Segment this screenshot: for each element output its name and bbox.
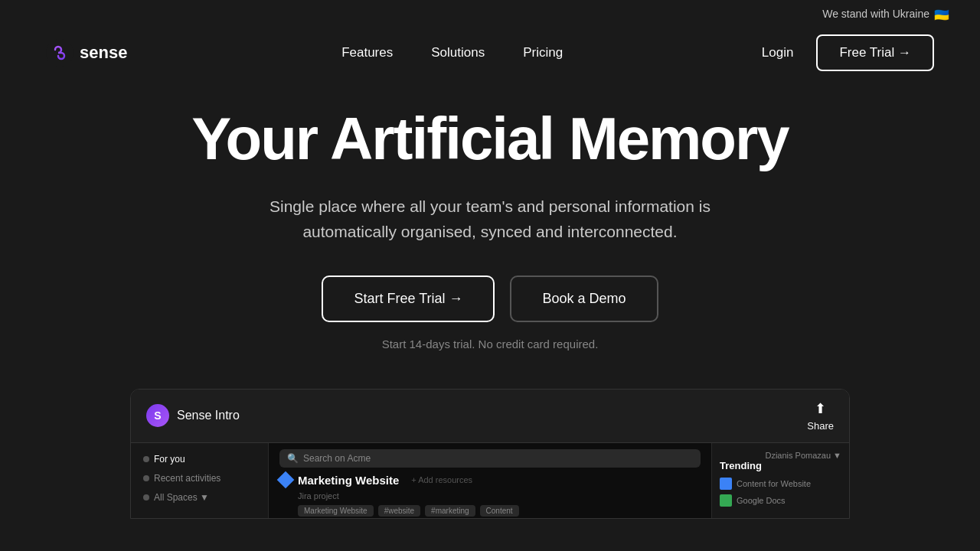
video-logo-icon: S: [146, 404, 169, 427]
ukraine-flag-icon: 🇺🇦: [934, 8, 949, 22]
diamond-icon: [277, 471, 295, 489]
logo[interactable]: sense: [46, 39, 127, 67]
trending-item-label-1: Content for Website: [737, 479, 811, 488]
ukraine-support-text: We stand with Ukraine: [822, 8, 929, 22]
share-label: Share: [807, 420, 834, 432]
sidebar-dot-icon: [143, 456, 149, 462]
nav-free-trial-button[interactable]: Free Trial →: [816, 34, 934, 71]
trending-item-1: Content for Website: [720, 478, 841, 490]
video-main-area: 🔍 Search on Acme Marketing Website + Add…: [269, 443, 711, 519]
search-icon: 🔍: [287, 453, 299, 464]
video-search-bar: 🔍 Search on Acme: [279, 449, 701, 468]
tags-row: Marketing Website #website #marketing Co…: [298, 505, 701, 517]
navbar: sense Features Solutions Pricing Login F…: [0, 30, 980, 76]
trending-icon-2: [720, 494, 732, 507]
start-free-trial-button[interactable]: Start Free Trial →: [322, 276, 495, 322]
sidebar-dot-icon: [143, 494, 149, 500]
video-title-text: Sense Intro: [177, 409, 240, 422]
video-header: S Sense Intro ⬆ Share: [131, 390, 849, 443]
top-banner: We stand with Ukraine 🇺🇦: [0, 0, 980, 30]
nav-item-features[interactable]: Features: [341, 45, 393, 60]
hero-title: Your Artificial Memory: [191, 106, 789, 172]
video-preview: S Sense Intro ⬆ Share For you Recent act…: [130, 389, 850, 519]
book-demo-button[interactable]: Book a Demo: [510, 276, 658, 322]
hero-subtitle: Single place where all your team's and p…: [230, 194, 750, 245]
nav-links: Features Solutions Pricing: [142, 45, 761, 60]
video-card: Marketing Website + Add resources: [279, 474, 701, 487]
card-subtitle: Jira project: [298, 491, 701, 500]
nav-item-solutions[interactable]: Solutions: [431, 45, 485, 60]
trending-icon: [720, 478, 732, 490]
tag-content: Content: [480, 505, 519, 517]
hero-buttons: Start Free Trial → Book a Demo: [322, 276, 658, 322]
video-content: For you Recent activities All Spaces ▼ 🔍…: [131, 443, 849, 519]
video-sidebar: For you Recent activities All Spaces ▼: [131, 443, 269, 519]
share-button[interactable]: ⬆ Share: [807, 400, 834, 432]
logo-text: sense: [80, 43, 127, 63]
sidebar-item-for-you: For you: [139, 451, 260, 468]
nav-right: Login Free Trial →: [762, 34, 934, 71]
video-title-area: S Sense Intro: [146, 404, 240, 427]
user-badge: Dzianis Pomazau ▼: [720, 451, 841, 460]
trending-item-2: Google Docs: [720, 494, 841, 507]
sidebar-item-recent: Recent activities: [139, 470, 260, 487]
share-icon: ⬆: [815, 400, 826, 417]
sidebar-item-spaces: All Spaces ▼: [139, 489, 260, 506]
tag-marketing: #marketing: [425, 505, 475, 517]
login-link[interactable]: Login: [762, 45, 794, 60]
card-title: Marketing Website: [298, 474, 399, 487]
tag-marketing-website: Marketing Website: [298, 505, 374, 517]
hero-section: Your Artificial Memory Single place wher…: [0, 76, 980, 389]
trending-title: Trending: [720, 460, 841, 471]
sidebar-dot-icon: [143, 475, 149, 481]
trending-item-label-2: Google Docs: [737, 496, 786, 505]
tag-website: #website: [378, 505, 420, 517]
trial-note: Start 14-days trial. No credit card requ…: [382, 337, 599, 350]
logo-icon: [46, 39, 74, 67]
add-resources-label: + Add resources: [411, 475, 472, 484]
video-right-panel: Dzianis Pomazau ▼ Trending Content for W…: [711, 443, 849, 519]
nav-item-pricing[interactable]: Pricing: [523, 45, 563, 60]
